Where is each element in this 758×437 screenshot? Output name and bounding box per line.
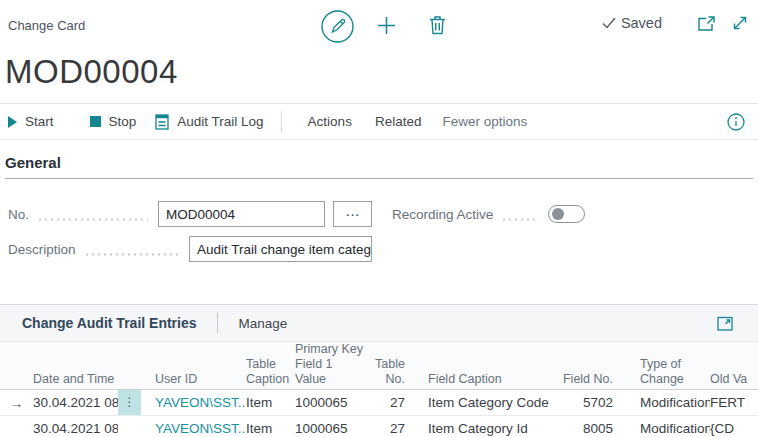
stop-button-label: Stop xyxy=(109,114,137,129)
open-in-new-window-icon xyxy=(698,16,715,31)
focus-mode-icon xyxy=(717,316,733,331)
actions-menu[interactable]: Actions xyxy=(308,114,352,129)
save-status: Saved xyxy=(602,15,662,31)
active-row-indicator-icon: → xyxy=(0,395,33,411)
edit-button[interactable] xyxy=(321,10,354,43)
info-icon xyxy=(727,113,745,131)
column-header-old-value[interactable]: Old Va xyxy=(710,372,758,387)
column-header-date-time[interactable]: Date and Time xyxy=(33,372,118,387)
table-row[interactable]: → 30.04.2021 08:... ⋮ YAVEON\SST... Item… xyxy=(0,390,758,416)
toggle-knob-icon xyxy=(552,208,564,220)
cell-date-time[interactable]: 30.04.2021 08:... xyxy=(33,421,118,436)
change-audit-trail-entries-part: Change Audit Trail Entries Manage Date a… xyxy=(0,304,758,437)
cell-user-id[interactable]: YAVEON\SST... xyxy=(141,395,246,410)
description-field-row: Description Audit Trail change item cate… xyxy=(8,236,372,262)
cell-table-caption[interactable]: Item xyxy=(246,421,295,436)
cell-user-id[interactable]: YAVEON\SST... xyxy=(141,421,246,436)
column-header-table-no[interactable]: Table No. xyxy=(365,357,405,387)
new-button[interactable] xyxy=(377,16,396,35)
cell-primary-key[interactable]: 1000065 xyxy=(295,395,365,410)
cell-row-menu xyxy=(118,416,141,437)
action-bar: Start Stop Audit Trail Log Actions Relat… xyxy=(0,104,758,140)
no-assist-edit-button[interactable]: ··· xyxy=(333,201,372,227)
start-button-label: Start xyxy=(25,114,54,129)
cell-field-caption[interactable]: Item Category Id xyxy=(405,421,558,436)
part-caption[interactable]: Change Audit Trail Entries xyxy=(22,315,197,331)
fewer-options-button[interactable]: Fewer options xyxy=(442,114,527,129)
diagonal-resize-icon xyxy=(732,15,748,31)
no-field-input[interactable]: MOD00004 xyxy=(158,201,325,227)
cell-old-value[interactable]: {CD xyxy=(710,421,758,436)
info-button[interactable] xyxy=(727,113,745,131)
focused-cell-value[interactable]: 30.04.2021 08:... xyxy=(33,395,118,410)
user-id-link[interactable]: YAVEON\SST... xyxy=(155,421,246,436)
cell-date-time[interactable]: 30.04.2021 08:... xyxy=(33,395,118,410)
report-log-icon xyxy=(155,114,169,130)
audit-trail-log-button[interactable]: Audit Trail Log xyxy=(155,114,263,130)
play-icon xyxy=(8,116,17,128)
recording-active-label: Recording Active xyxy=(392,207,493,222)
table-row[interactable]: 30.04.2021 08:... YAVEON\SST... Item 100… xyxy=(0,416,758,437)
cell-primary-key[interactable]: 1000065 xyxy=(295,421,365,436)
trash-icon xyxy=(429,15,446,35)
cell-table-no[interactable]: 27 xyxy=(365,421,405,436)
leader-dots xyxy=(84,253,179,256)
column-header-user-id[interactable]: User ID xyxy=(141,372,246,387)
cell-field-caption[interactable]: Item Category Code xyxy=(405,395,558,410)
stop-button[interactable]: Stop xyxy=(90,114,137,129)
leader-dots xyxy=(37,218,148,221)
cell-old-value[interactable]: FERT xyxy=(710,395,758,410)
save-status-label: Saved xyxy=(621,15,662,31)
pencil-icon xyxy=(321,10,354,43)
part-caption-row: Change Audit Trail Entries Manage xyxy=(0,305,758,341)
page-context-label: Change Card xyxy=(8,18,85,33)
cell-table-no[interactable]: 27 xyxy=(365,395,405,410)
column-header-table-caption[interactable]: Table Caption xyxy=(246,357,295,387)
recording-active-toggle[interactable] xyxy=(548,205,585,223)
general-left-column: No. MOD00004 ··· Description Audit Trail… xyxy=(8,201,372,271)
plus-icon xyxy=(377,16,396,35)
general-section-heading[interactable]: General xyxy=(5,154,753,179)
related-menu-label: Related xyxy=(375,114,422,129)
expand-page-button[interactable] xyxy=(732,15,748,31)
cell-table-caption[interactable]: Item xyxy=(246,395,295,410)
part-caption-divider xyxy=(217,313,218,333)
entries-grid: Date and Time User ID Table Caption Prim… xyxy=(0,341,758,437)
audit-trail-log-label: Audit Trail Log xyxy=(177,114,263,129)
action-bar-divider xyxy=(281,111,282,133)
entries-grid-header: Date and Time User ID Table Caption Prim… xyxy=(0,341,758,390)
related-menu[interactable]: Related xyxy=(375,114,422,129)
leader-dots xyxy=(501,218,538,221)
general-fields: No. MOD00004 ··· Description Audit Trail… xyxy=(0,201,758,271)
cell-type-of-change[interactable]: Modification xyxy=(613,421,710,436)
column-header-type-of-change[interactable]: Type of Change xyxy=(613,357,710,387)
no-field-row: No. MOD00004 ··· xyxy=(8,201,372,227)
part-focus-mode-button[interactable] xyxy=(717,316,733,331)
column-header-field-no[interactable]: Field No. xyxy=(558,372,613,387)
cell-row-menu: ⋮ xyxy=(118,390,141,415)
check-icon xyxy=(602,17,616,29)
page-title: MOD00004 xyxy=(5,52,758,96)
user-id-link[interactable]: YAVEON\SST... xyxy=(155,395,246,410)
manage-menu[interactable]: Manage xyxy=(239,316,288,331)
column-header-field-caption[interactable]: Field Caption xyxy=(405,372,558,387)
actions-menu-label: Actions xyxy=(308,114,352,129)
cell-type-of-change[interactable]: Modification xyxy=(613,395,710,410)
delete-button[interactable] xyxy=(429,15,446,35)
cell-field-no[interactable]: 5702 xyxy=(558,395,613,410)
fewer-options-label: Fewer options xyxy=(442,114,527,129)
stop-icon xyxy=(90,116,101,127)
topbar-right-cluster: Saved xyxy=(602,15,748,31)
open-in-new-window-button[interactable] xyxy=(698,16,715,31)
general-right-column: Recording Active xyxy=(392,201,758,271)
cell-field-no[interactable]: 8005 xyxy=(558,421,613,436)
top-command-bar: Change Card xyxy=(0,0,758,52)
description-field-input[interactable]: Audit Trail change item category i xyxy=(189,236,372,262)
recording-active-field-row: Recording Active xyxy=(392,201,585,227)
column-header-primary-key[interactable]: Primary Key Field 1 Value xyxy=(295,342,365,387)
no-field-label: No. xyxy=(8,207,29,222)
row-context-menu-button[interactable]: ⋮ xyxy=(118,390,141,415)
start-button[interactable]: Start xyxy=(8,114,54,129)
description-field-label: Description xyxy=(8,242,76,257)
